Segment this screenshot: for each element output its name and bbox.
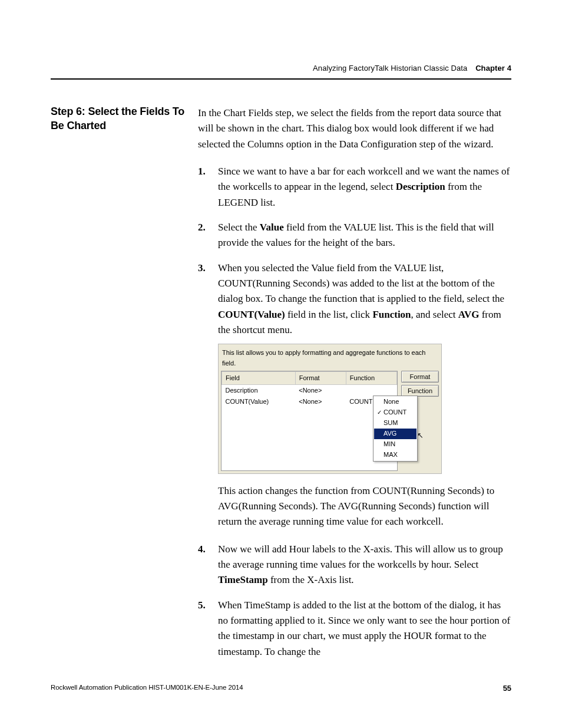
section-title: Analyzing FactoryTalk Historian Classic … (313, 64, 467, 73)
side-heading: Step 6: Select the Fields To Be Charted (51, 104, 198, 133)
step-number: 4. (198, 542, 206, 557)
function-button[interactable]: Function (401, 385, 439, 397)
cell-field: COUNT(Value) (222, 396, 296, 407)
table-row[interactable]: Description <None> (222, 384, 397, 396)
dialog-caption: This list allows you to apply formatting… (222, 348, 438, 368)
format-button[interactable]: Format (401, 371, 439, 383)
emphasis: TimeStamp (218, 574, 268, 585)
step-number: 3. (198, 261, 206, 276)
menu-item-min[interactable]: MIN (374, 439, 416, 450)
cell-format: <None> (295, 384, 346, 396)
step-number: 1. (198, 164, 206, 179)
page-footer: Rockwell Automation Publication HIST-UM0… (51, 684, 511, 693)
menu-item-max[interactable]: MAX (374, 450, 416, 460)
running-header: Analyzing FactoryTalk Historian Classic … (51, 64, 511, 73)
emphasis: AVG (458, 309, 480, 320)
step-4: 4. Now we will add Hour labels to the X-… (198, 542, 511, 588)
col-format[interactable]: Format (295, 371, 346, 384)
field-list[interactable]: Field Format Function Description <None> (221, 371, 398, 471)
chapter-label: Chapter 4 (475, 64, 511, 73)
menu-item-none[interactable]: None (374, 397, 416, 407)
menu-item-count[interactable]: ✓COUNT (374, 407, 416, 418)
step-text: When TimeStamp is added to the list at t… (218, 599, 510, 657)
step-text: , and select (411, 309, 458, 320)
step-5: 5. When TimeStamp is added to the list a… (198, 598, 511, 660)
dialog-screenshot: This list allows you to apply formatting… (218, 344, 442, 473)
step-1: 1. Since we want to have a bar for each … (198, 164, 511, 210)
cursor-icon: ↖ (417, 430, 424, 442)
cell-function (346, 384, 396, 396)
header-rule (51, 78, 511, 80)
step-text: When you selected the Value field from t… (218, 262, 504, 305)
intro-paragraph: In the Chart Fields step, we select the … (198, 106, 511, 152)
menu-item-sum[interactable]: SUM (374, 418, 416, 429)
step-text: Now we will add Hour labels to the X-axi… (218, 543, 503, 570)
step-3: 3. When you selected the Value field fro… (198, 261, 511, 530)
col-function[interactable]: Function (346, 371, 396, 384)
step-3-followup: This action changes the function from CO… (218, 483, 511, 530)
col-field[interactable]: Field (222, 371, 296, 384)
function-context-menu: None ✓COUNT SUM AVG↖ MIN MAX (373, 396, 418, 462)
emphasis: Value (260, 222, 284, 233)
step-2: 2. Select the Value field from the VALUE… (198, 220, 511, 251)
table-row[interactable]: COUNT(Value) <None> COUNT (222, 396, 397, 407)
publication-info: Rockwell Automation Publication HIST-UM0… (51, 684, 243, 693)
cell-field: Description (222, 384, 296, 396)
step-text: field in the list, click (285, 309, 373, 320)
step-text: from the X-Axis list. (268, 574, 354, 585)
emphasis: Function (372, 309, 411, 320)
body-text: In the Chart Fields step, we select the … (198, 106, 511, 669)
emphasis: COUNT(Value) (218, 309, 285, 320)
check-icon: ✓ (375, 408, 384, 417)
step-text: Select the (218, 222, 260, 233)
menu-item-avg[interactable]: AVG↖ (374, 429, 416, 439)
cell-format: <None> (295, 396, 346, 407)
page-number: 55 (503, 684, 511, 693)
step-number: 2. (198, 220, 206, 235)
emphasis: Description (396, 181, 445, 192)
step-number: 5. (198, 598, 206, 613)
